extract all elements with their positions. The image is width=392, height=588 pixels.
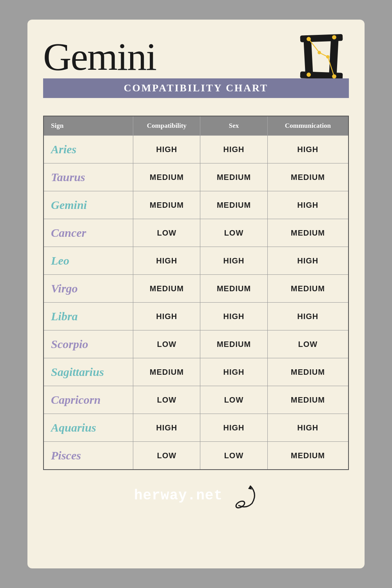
table-row: Aquarius HIGH HIGH HIGH	[44, 414, 348, 441]
sign-name: Gemini	[44, 191, 133, 219]
compatibility-table: Sign Compatibility Sex Communication Ari…	[43, 116, 349, 470]
sex-value: LOW	[200, 442, 267, 469]
svg-line-11	[319, 53, 328, 57]
communication-value: MEDIUM	[268, 386, 348, 414]
sex-value: MEDIUM	[200, 330, 267, 358]
card: Gemini C	[27, 20, 365, 568]
sex-value: MEDIUM	[200, 191, 267, 219]
col-sign: Sign	[44, 116, 133, 135]
communication-value: HIGH	[268, 303, 348, 330]
table-row: Gemini MEDIUM MEDIUM HIGH	[44, 191, 348, 219]
sign-name: Virgo	[44, 275, 133, 302]
doodle-arrow-icon	[227, 482, 258, 509]
communication-value: MEDIUM	[268, 442, 348, 469]
communication-value: MEDIUM	[268, 163, 348, 191]
sex-value: HIGH	[200, 136, 267, 163]
sign-name: Scorpio	[44, 330, 133, 358]
footer: herway.net	[134, 482, 258, 509]
sign-name: Pisces	[44, 442, 133, 469]
communication-value: HIGH	[268, 247, 348, 274]
table-row: Cancer LOW LOW MEDIUM	[44, 219, 348, 247]
table-row: Sagittarius MEDIUM HIGH MEDIUM	[44, 358, 348, 386]
sign-name: Taurus	[44, 163, 133, 191]
title-row: Gemini	[43, 31, 349, 82]
table-header: Sign Compatibility Sex Communication	[44, 116, 348, 135]
col-compatibility: Compatibility	[133, 116, 200, 135]
sign-name: Leo	[44, 247, 133, 274]
sex-value: HIGH	[200, 358, 267, 386]
sign-name: Sagittarius	[44, 358, 133, 386]
svg-point-5	[332, 35, 336, 40]
table-row: Libra HIGH HIGH HIGH	[44, 302, 348, 330]
communication-value: MEDIUM	[268, 275, 348, 302]
sex-value: LOW	[200, 386, 267, 414]
table-body: Aries HIGH HIGH HIGH Taurus MEDIUM MEDIU…	[44, 135, 348, 469]
table-row: Leo HIGH HIGH HIGH	[44, 247, 348, 274]
sign-name: Cancer	[44, 219, 133, 247]
compatibility-value: LOW	[133, 219, 200, 247]
svg-point-13	[235, 500, 246, 509]
sign-name: Aries	[44, 136, 133, 163]
compatibility-value: LOW	[133, 442, 200, 469]
compatibility-value: HIGH	[133, 136, 200, 163]
table-row: Scorpio LOW MEDIUM LOW	[44, 330, 348, 358]
sex-value: MEDIUM	[200, 163, 267, 191]
sex-value: HIGH	[200, 247, 267, 274]
communication-value: HIGH	[268, 191, 348, 219]
sex-value: MEDIUM	[200, 275, 267, 302]
compatibility-value: MEDIUM	[133, 275, 200, 302]
communication-value: LOW	[268, 330, 348, 358]
col-communication: Communication	[268, 116, 348, 135]
communication-value: HIGH	[268, 136, 348, 163]
compatibility-value: MEDIUM	[133, 191, 200, 219]
compatibility-value: LOW	[133, 330, 200, 358]
compatibility-value: LOW	[133, 386, 200, 414]
communication-value: MEDIUM	[268, 358, 348, 386]
table-row: Pisces LOW LOW MEDIUM	[44, 441, 348, 469]
svg-point-6	[307, 73, 311, 77]
sign-name: Libra	[44, 303, 133, 330]
sex-value: HIGH	[200, 303, 267, 330]
communication-value: MEDIUM	[268, 219, 348, 247]
col-sex: Sex	[200, 116, 267, 135]
sign-name: Capricorn	[44, 386, 133, 414]
compatibility-value: HIGH	[133, 247, 200, 274]
compatibility-value: HIGH	[133, 303, 200, 330]
subtitle-bar: COMPATIBILITY CHART	[43, 78, 349, 98]
table-row: Aries HIGH HIGH HIGH	[44, 135, 348, 163]
site-url: herway.net	[134, 488, 223, 504]
header: Gemini C	[43, 31, 349, 98]
sex-value: LOW	[200, 219, 267, 247]
table-row: Taurus MEDIUM MEDIUM MEDIUM	[44, 163, 348, 191]
table-row: Capricorn LOW LOW MEDIUM	[44, 386, 348, 414]
compatibility-value: MEDIUM	[133, 163, 200, 191]
gemini-symbol-icon	[294, 31, 349, 82]
svg-rect-1	[329, 36, 339, 78]
sex-value: HIGH	[200, 414, 267, 441]
communication-value: HIGH	[268, 414, 348, 441]
gemini-title: Gemini	[43, 37, 156, 76]
compatibility-value: MEDIUM	[133, 358, 200, 386]
sign-name: Aquarius	[44, 414, 133, 441]
table-row: Virgo MEDIUM MEDIUM MEDIUM	[44, 274, 348, 302]
compatibility-value: HIGH	[133, 414, 200, 441]
